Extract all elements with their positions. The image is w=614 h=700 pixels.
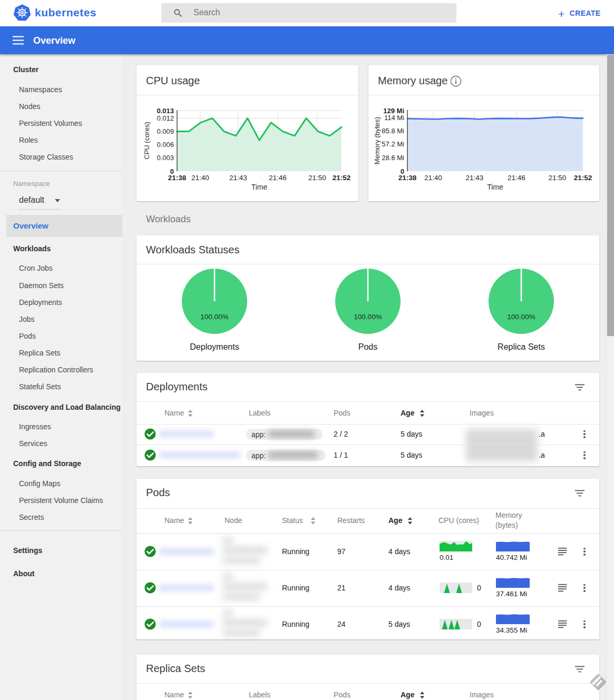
svg-text:57.2 Mi: 57.2 Mi: [382, 140, 404, 148]
svg-text:21:46: 21:46: [269, 174, 287, 182]
svg-text:CPU (cores): CPU (cores): [143, 122, 151, 160]
svg-text:100.00%: 100.00%: [354, 313, 382, 321]
svg-text:0.006: 0.006: [157, 141, 174, 149]
svg-text:21:52: 21:52: [574, 174, 592, 182]
svg-text:0.013: 0.013: [157, 107, 174, 115]
svg-text:100.00%: 100.00%: [200, 313, 228, 321]
svg-text:21:40: 21:40: [424, 174, 442, 182]
svg-text:21:50: 21:50: [308, 174, 326, 182]
svg-text:Time: Time: [251, 183, 268, 191]
svg-text:21:43: 21:43: [466, 174, 484, 182]
svg-text:0.009: 0.009: [157, 127, 174, 135]
svg-text:21:38: 21:38: [398, 174, 417, 182]
svg-text:21:46: 21:46: [508, 174, 525, 182]
svg-text:21:40: 21:40: [191, 174, 209, 182]
svg-text:Time: Time: [487, 183, 503, 191]
svg-text:85.8 Mi: 85.8 Mi: [382, 127, 404, 135]
svg-text:21:52: 21:52: [333, 174, 351, 182]
svg-text:21:38: 21:38: [168, 174, 187, 182]
svg-text:21:50: 21:50: [549, 174, 567, 182]
svg-text:21:43: 21:43: [229, 174, 247, 182]
svg-text:100.00%: 100.00%: [507, 313, 535, 321]
svg-text:0.003: 0.003: [157, 154, 174, 162]
svg-text:Memory (bytes): Memory (bytes): [373, 117, 381, 164]
svg-text:28.6 Mi: 28.6 Mi: [382, 154, 404, 162]
svg-text:114 Mi: 114 Mi: [384, 114, 404, 122]
svg-text:0.012: 0.012: [157, 114, 174, 122]
